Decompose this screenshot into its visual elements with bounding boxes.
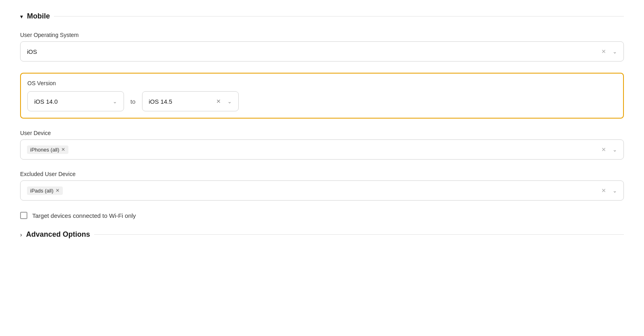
advanced-options-header: › Advanced Options bbox=[20, 230, 624, 239]
user-device-select-left: iPhones (all) ✕ bbox=[27, 145, 601, 154]
advanced-options-chevron-icon[interactable]: › bbox=[20, 232, 22, 238]
user-os-clear-icon[interactable]: ✕ bbox=[601, 48, 606, 55]
user-os-field: User Operating System iOS ✕ ⌄ bbox=[20, 32, 624, 61]
advanced-options-title: Advanced Options bbox=[26, 230, 90, 239]
mobile-section-title: Mobile bbox=[27, 12, 50, 20]
os-version-to-label: to bbox=[130, 98, 136, 105]
os-version-from-chevron-icon[interactable]: ⌄ bbox=[113, 98, 117, 104]
wifi-checkbox[interactable] bbox=[20, 212, 27, 219]
user-device-label: User Device bbox=[20, 130, 624, 136]
advanced-options-divider bbox=[94, 234, 624, 235]
mobile-chevron-icon[interactable]: ▾ bbox=[20, 13, 23, 20]
user-os-select-right: ✕ ⌄ bbox=[601, 48, 617, 55]
user-device-tag-label: iPhones (all) bbox=[30, 147, 59, 153]
user-os-chevron-icon[interactable]: ⌄ bbox=[613, 49, 617, 55]
mobile-section-header: ▾ Mobile bbox=[20, 12, 624, 20]
user-os-value: iOS bbox=[27, 48, 37, 55]
user-os-label: User Operating System bbox=[20, 32, 624, 38]
os-version-from-value: iOS 14.0 bbox=[34, 98, 58, 105]
os-version-field: OS Version iOS 14.0 ⌄ to iOS 14.5 ✕ ⌄ bbox=[20, 73, 624, 119]
os-version-label: OS Version bbox=[27, 80, 617, 86]
wifi-row: Target devices connected to Wi-Fi only bbox=[20, 212, 624, 219]
excluded-device-tag-close-icon[interactable]: ✕ bbox=[56, 188, 60, 193]
user-device-chevron-icon[interactable]: ⌄ bbox=[613, 147, 617, 153]
excluded-device-select[interactable]: iPads (all) ✕ ✕ ⌄ bbox=[20, 180, 624, 201]
excluded-device-select-right: ✕ ⌄ bbox=[601, 187, 617, 194]
os-version-to-value: iOS 14.5 bbox=[149, 98, 172, 105]
user-device-select-right: ✕ ⌄ bbox=[601, 146, 617, 153]
excluded-device-label: Excluded User Device bbox=[20, 171, 624, 177]
user-device-tag-close-icon[interactable]: ✕ bbox=[61, 147, 65, 152]
excluded-device-tag: iPads (all) ✕ bbox=[27, 186, 63, 195]
os-version-to-clear-icon[interactable]: ✕ bbox=[216, 98, 221, 104]
user-device-select[interactable]: iPhones (all) ✕ ✕ ⌄ bbox=[20, 139, 624, 160]
user-device-tag: iPhones (all) ✕ bbox=[27, 145, 68, 154]
user-os-select-left: iOS bbox=[27, 48, 601, 55]
os-version-to-select[interactable]: iOS 14.5 ✕ ⌄ bbox=[142, 91, 239, 111]
os-version-to-chevron-icon[interactable]: ⌄ bbox=[227, 98, 232, 104]
wifi-label: Target devices connected to Wi-Fi only bbox=[32, 212, 136, 219]
excluded-device-chevron-icon[interactable]: ⌄ bbox=[613, 188, 617, 194]
excluded-device-clear-icon[interactable]: ✕ bbox=[601, 187, 606, 194]
os-version-row: iOS 14.0 ⌄ to iOS 14.5 ✕ ⌄ bbox=[27, 91, 617, 111]
user-os-select[interactable]: iOS ✕ ⌄ bbox=[20, 41, 624, 61]
user-device-clear-icon[interactable]: ✕ bbox=[601, 146, 606, 153]
excluded-device-select-left: iPads (all) ✕ bbox=[27, 186, 601, 195]
user-device-field: User Device iPhones (all) ✕ ✕ ⌄ bbox=[20, 130, 624, 160]
os-version-from-select[interactable]: iOS 14.0 ⌄ bbox=[27, 91, 124, 111]
excluded-device-tag-label: iPads (all) bbox=[30, 188, 54, 194]
mobile-section-divider bbox=[54, 16, 624, 16]
excluded-device-field: Excluded User Device iPads (all) ✕ ✕ ⌄ bbox=[20, 171, 624, 201]
